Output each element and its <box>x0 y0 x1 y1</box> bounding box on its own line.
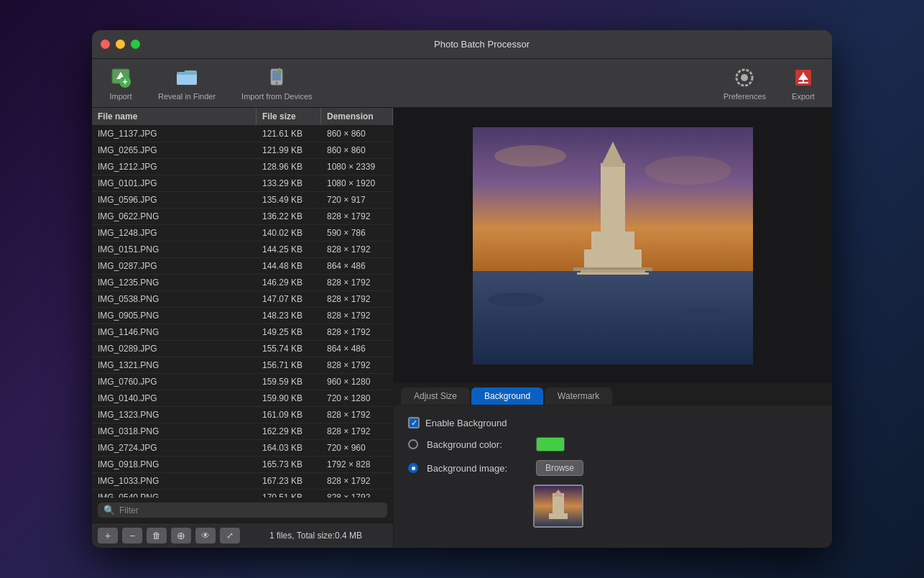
file-size-cell: 164.03 KB <box>257 440 321 456</box>
close-button[interactable] <box>101 40 110 49</box>
add-file-button[interactable]: + <box>98 528 118 543</box>
table-row[interactable]: IMG_0596.JPG 135.49 KB 720 × 917 <box>92 192 393 208</box>
background-image-label: Background image: <box>427 463 527 474</box>
zoom-in-button[interactable]: ⊕ <box>171 528 191 543</box>
preview-button[interactable]: 👁 <box>195 528 216 543</box>
file-dim-cell: 828 × 1792 <box>321 407 393 423</box>
enable-background-checkbox[interactable]: ✓ <box>408 417 420 428</box>
table-row[interactable]: IMG_1146.PNG 149.25 KB 828 × 1792 <box>92 324 393 341</box>
radio-color[interactable] <box>408 439 418 449</box>
preview-image <box>473 127 753 364</box>
file-name-cell: IMG_1235.PNG <box>92 275 257 290</box>
file-name-cell: IMG_0151.PNG <box>92 242 257 257</box>
file-size-cell: 147.07 KB <box>257 291 321 307</box>
table-row[interactable]: IMG_0140.JPG 159.90 KB 720 × 1280 <box>92 390 393 407</box>
file-size-cell: 136.22 KB <box>257 208 321 224</box>
status-text: 1 files, Total size:0.4 MB <box>244 531 387 541</box>
delete-file-button[interactable]: 🗑 <box>147 528 167 543</box>
file-dim-cell: 828 × 1792 <box>321 423 393 439</box>
remove-file-button[interactable]: − <box>122 528 142 543</box>
enable-background-checkbox-wrap: ✓ Enable Background <box>408 417 526 428</box>
tab-background[interactable]: Background <box>471 387 543 405</box>
import-label: Import <box>109 92 131 101</box>
table-row[interactable]: IMG_0289.JPG 155.74 KB 864 × 486 <box>92 341 393 357</box>
table-row[interactable]: IMG_0760.JPG 159.59 KB 960 × 1280 <box>92 374 393 390</box>
table-row[interactable]: IMG_0287.JPG 144.48 KB 864 × 486 <box>92 258 393 275</box>
table-row[interactable]: IMG_0538.PNG 147.07 KB 828 × 1792 <box>92 291 393 308</box>
table-row[interactable]: IMG_1235.PNG 146.29 KB 828 × 1792 <box>92 275 393 291</box>
svg-point-16 <box>494 145 566 167</box>
preferences-button[interactable]: Preferences <box>718 63 772 104</box>
file-size-cell: 159.59 KB <box>257 374 321 390</box>
table-row[interactable]: IMG_2724.JPG 164.03 KB 720 × 960 <box>92 440 393 457</box>
table-row[interactable]: IMG_0101.JPG 133.29 KB 1080 × 1920 <box>92 175 393 192</box>
svg-point-17 <box>645 156 731 185</box>
table-row[interactable]: IMG_1137.JPG 121.61 KB 860 × 860 <box>92 126 393 142</box>
import-button[interactable]: + Import <box>103 63 138 104</box>
table-row[interactable]: IMG_1212.JPG 128.96 KB 1080 × 2339 <box>92 159 393 175</box>
filter-input-wrap: 🔍 <box>98 503 387 518</box>
thumbnail-preview <box>533 485 583 528</box>
main-window: Photo Batch Processor + Import Rev <box>92 30 832 548</box>
table-row[interactable]: IMG_0905.PNG 148.23 KB 828 × 1792 <box>92 308 393 324</box>
table-row[interactable]: IMG_0918.PNG 165.73 KB 1792 × 828 <box>92 457 393 473</box>
tab-adjust-size[interactable]: Adjust Size <box>401 387 470 405</box>
filter-input[interactable] <box>119 505 382 515</box>
file-dim-cell: 720 × 917 <box>321 192 393 208</box>
table-row[interactable]: IMG_1033.PNG 167.23 KB 828 × 1792 <box>92 473 393 490</box>
file-dim-cell: 828 × 1792 <box>321 490 393 497</box>
tab-bar: Adjust SizeBackgroundWatermark <box>394 383 832 405</box>
file-size-cell: 149.25 KB <box>257 324 321 340</box>
import-devices-label: Import from Devices <box>241 92 312 101</box>
browse-button[interactable]: Browse <box>536 460 583 476</box>
table-row[interactable]: IMG_0540.PNG 170.51 KB 828 × 1792 <box>92 490 393 497</box>
enable-background-row: ✓ Enable Background <box>408 417 818 428</box>
table-row[interactable]: IMG_0151.PNG 144.25 KB 828 × 1792 <box>92 242 393 258</box>
file-name-cell: IMG_0289.JPG <box>92 341 257 357</box>
file-size-cell: 161.09 KB <box>257 407 321 423</box>
table-row[interactable]: IMG_1248.JPG 140.02 KB 590 × 786 <box>92 225 393 242</box>
maximize-button[interactable] <box>131 40 140 49</box>
file-name-cell: IMG_1248.JPG <box>92 225 257 241</box>
file-dim-cell: 828 × 1792 <box>321 208 393 224</box>
file-dim-cell: 720 × 1280 <box>321 390 393 406</box>
folder-icon <box>175 66 198 89</box>
table-row[interactable]: IMG_0622.PNG 136.22 KB 828 × 1792 <box>92 208 393 225</box>
color-swatch[interactable] <box>536 437 565 451</box>
radio-image[interactable] <box>408 463 418 473</box>
gear-icon <box>733 66 756 89</box>
export-button[interactable]: Export <box>786 63 821 104</box>
main-content: File name File size Demension IMG_1137.J… <box>92 108 832 548</box>
svg-rect-27 <box>577 272 649 275</box>
file-name-cell: IMG_0596.JPG <box>92 192 257 208</box>
thumbnail-row <box>408 485 818 528</box>
reveal-label: Reveal in Finder <box>158 92 216 101</box>
file-size-cell: 121.61 KB <box>257 126 321 142</box>
file-size-cell: 144.48 KB <box>257 258 321 274</box>
file-name-cell: IMG_1137.JPG <box>92 126 257 142</box>
crop-button[interactable]: ⤢ <box>220 528 240 543</box>
file-list[interactable]: IMG_1137.JPG 121.61 KB 860 × 860 IMG_026… <box>92 126 393 497</box>
file-size-cell: 162.29 KB <box>257 423 321 439</box>
enable-background-label: Enable Background <box>425 418 526 428</box>
window-title: Photo Batch Processor <box>140 39 823 50</box>
file-name-cell: IMG_0538.PNG <box>92 291 257 307</box>
table-row[interactable]: IMG_0265.JPG 121.99 KB 860 × 860 <box>92 142 393 159</box>
svg-rect-31 <box>549 513 568 519</box>
table-row[interactable]: IMG_0318.PNG 162.29 KB 828 × 1792 <box>92 423 393 440</box>
minimize-button[interactable] <box>116 40 125 49</box>
preferences-label: Preferences <box>724 92 766 101</box>
reveal-finder-button[interactable]: Reveal in Finder <box>152 63 221 104</box>
svg-point-19 <box>487 293 545 307</box>
filter-bar: 🔍 <box>92 497 393 523</box>
table-row[interactable]: IMG_1323.PNG 161.09 KB 828 × 1792 <box>92 407 393 423</box>
svg-point-6 <box>276 81 278 83</box>
file-name-cell: IMG_0918.PNG <box>92 457 257 472</box>
file-name-cell: IMG_0318.PNG <box>92 423 257 439</box>
svg-point-7 <box>277 70 282 74</box>
table-row[interactable]: IMG_1321.PNG 156.71 KB 828 × 1792 <box>92 357 393 374</box>
preview-panel: Adjust SizeBackgroundWatermark ✓ Enable … <box>394 108 832 548</box>
import-devices-button[interactable]: Import from Devices <box>236 63 318 104</box>
tab-watermark[interactable]: Watermark <box>545 387 612 405</box>
file-dim-cell: 1080 × 1920 <box>321 175 393 191</box>
